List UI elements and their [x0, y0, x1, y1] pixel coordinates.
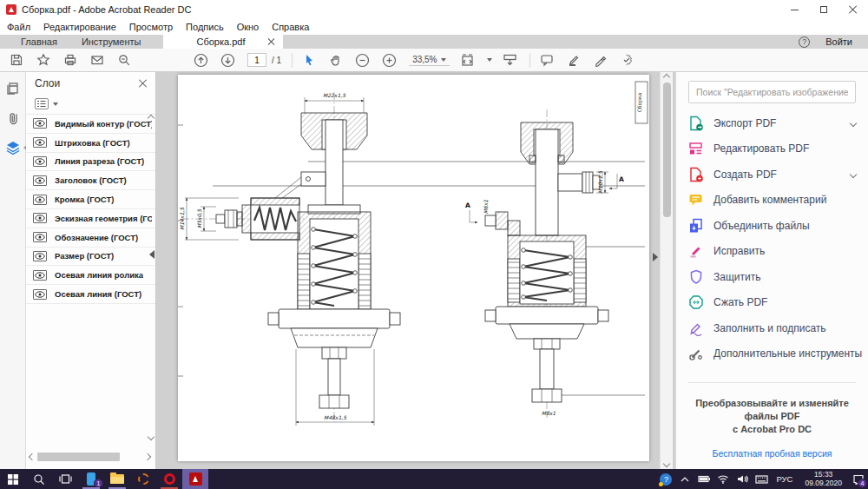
start-button[interactable] [0, 469, 26, 489]
layer-row[interactable]: Размер (ГОСТ) [26, 248, 155, 267]
eye-visibility-icon[interactable] [33, 137, 47, 148]
opera-browser-icon[interactable] [156, 469, 182, 489]
tool-combine-files[interactable]: Объединить файлы [688, 213, 856, 239]
chevron-down-icon[interactable] [53, 102, 58, 106]
pdf-page[interactable]: .hl{fill:url(#hatch);stroke:#3c3c3c;stro… [178, 75, 649, 461]
battery-icon[interactable] [694, 469, 713, 489]
tools-search-input[interactable] [688, 81, 856, 103]
page-thumbnails-icon[interactable] [5, 81, 21, 96]
taskbar-search-icon[interactable] [26, 469, 52, 489]
previous-page-icon[interactable] [194, 53, 208, 68]
tool-compress-pdf[interactable]: Сжать PDF [688, 290, 856, 316]
layers-horizontal-scrollbar[interactable] [30, 452, 150, 462]
maximize-button[interactable] [809, 0, 838, 19]
email-icon[interactable] [89, 53, 104, 68]
scroll-right-icon[interactable] [144, 453, 151, 460]
help-icon[interactable]: ? [799, 36, 810, 48]
scroll-down-icon[interactable] [663, 460, 670, 467]
highlighter-icon[interactable] [566, 53, 581, 68]
layer-row[interactable]: Эскизная геометрия (ГОСТ) [26, 209, 155, 228]
save-icon[interactable] [9, 53, 23, 68]
expand-panel-arrow-icon[interactable] [653, 253, 658, 261]
eye-visibility-icon[interactable] [33, 156, 47, 167]
chevron-down-icon[interactable] [487, 58, 492, 62]
next-page-icon[interactable] [220, 53, 235, 68]
print-icon[interactable] [62, 53, 77, 68]
layer-row[interactable]: Обозначение (ГОСТ) [26, 228, 155, 248]
language-indicator[interactable]: РУС [771, 474, 798, 484]
layer-row[interactable]: Осевая линия ролика [26, 266, 155, 285]
eye-visibility-icon[interactable] [33, 118, 47, 129]
menu-view[interactable]: Просмотр [129, 22, 173, 32]
tab-home[interactable]: Главная [9, 35, 69, 49]
tray-overflow-chevron-icon[interactable] [675, 469, 694, 489]
tool-create-pdf[interactable]: Создать PDF [688, 162, 856, 188]
tool-export-pdf[interactable]: Экспорт PDF [688, 110, 856, 136]
action-center-icon[interactable]: 4 [849, 469, 868, 489]
close-button[interactable] [838, 0, 868, 19]
scroll-down-icon[interactable] [148, 433, 155, 440]
eye-visibility-icon[interactable] [33, 270, 47, 281]
layer-row[interactable]: Линия разреза (ГОСТ) [26, 153, 155, 172]
menu-sign[interactable]: Подпись [186, 22, 224, 32]
tool-add-comment[interactable]: Добавить комментарий [688, 188, 856, 214]
scroll-left-icon[interactable] [29, 453, 36, 460]
menu-window[interactable]: Окно [237, 22, 260, 32]
favorite-star-icon[interactable] [36, 53, 50, 68]
zoom-in-icon[interactable] [382, 53, 397, 68]
layers-vertical-scrollbar[interactable] [147, 116, 155, 439]
task-view-icon[interactable] [52, 469, 78, 489]
eye-visibility-icon[interactable] [33, 213, 47, 223]
tool-edit-pdf[interactable]: Редактировать PDF [688, 136, 856, 162]
scroll-up-icon[interactable] [148, 115, 155, 122]
attachments-paperclip-icon[interactable] [5, 110, 21, 126]
scrollbar-thumb[interactable] [37, 453, 120, 461]
layer-row[interactable]: Заголовок (ГОСТ) [26, 171, 155, 190]
collapse-panel-arrow-icon[interactable] [149, 250, 155, 259]
menu-help[interactable]: Справка [272, 22, 309, 32]
layers-icon[interactable] [5, 140, 21, 155]
eye-visibility-icon[interactable] [33, 232, 47, 242]
page-display-icon[interactable] [503, 53, 517, 68]
sync-app-icon[interactable] [130, 469, 156, 489]
tab-document[interactable]: Сборка.pdf [163, 35, 283, 49]
tool-protect[interactable]: Защитить [688, 264, 856, 290]
tool-fix[interactable]: Исправить [688, 239, 856, 265]
free-trial-link[interactable]: Бесплатная пробная версия [712, 448, 832, 459]
touch-keyboard-icon[interactable] [752, 469, 771, 489]
select-tool-icon[interactable] [301, 53, 316, 68]
comment-icon[interactable] [539, 53, 554, 68]
tool-fill-sign[interactable]: Заполнить и подписать [688, 315, 856, 341]
minimize-button[interactable] [779, 0, 809, 19]
page-number-input[interactable]: 1 [247, 53, 266, 67]
tab-close-icon[interactable] [267, 38, 274, 45]
zoom-level-select[interactable]: 33,5% [409, 54, 450, 66]
layer-row[interactable]: Кромка (ГОСТ) [26, 190, 155, 209]
file-explorer-icon[interactable] [104, 469, 130, 489]
chevron-down-icon[interactable] [850, 171, 857, 178]
send-for-signature-icon[interactable] [620, 53, 635, 68]
acrobat-taskbar-icon[interactable] [182, 469, 208, 489]
tray-help-icon[interactable]: ? [656, 469, 675, 489]
layer-row[interactable]: Осевая линия (ГОСТ) [26, 285, 155, 304]
document-vertical-scrollbar[interactable] [660, 72, 673, 469]
your-phone-icon[interactable]: 1 [78, 469, 104, 489]
eye-visibility-icon[interactable] [33, 195, 47, 205]
eye-visibility-icon[interactable] [33, 289, 47, 300]
layers-close-icon[interactable] [138, 79, 147, 88]
chevron-down-icon[interactable] [850, 120, 857, 127]
zoom-out-icon[interactable] [355, 53, 370, 68]
eye-visibility-icon[interactable] [33, 175, 47, 186]
tool-more-tools[interactable]: Дополнительные инструменты [688, 341, 856, 367]
scroll-up-icon[interactable] [663, 74, 670, 81]
layer-options-button[interactable] [35, 98, 49, 109]
wifi-icon[interactable] [713, 469, 733, 489]
fit-width-icon[interactable] [460, 53, 475, 68]
eye-visibility-icon[interactable] [33, 251, 47, 261]
menu-file[interactable]: Файл [7, 22, 30, 32]
layer-row[interactable]: Видимый контур (ГОСТ) [26, 115, 155, 134]
menu-edit[interactable]: Редактирование [43, 22, 116, 32]
hand-tool-icon[interactable] [328, 53, 343, 68]
layer-row[interactable]: Штриховка (ГОСТ) [26, 134, 155, 153]
sign-in-button[interactable]: Войти [825, 36, 852, 47]
